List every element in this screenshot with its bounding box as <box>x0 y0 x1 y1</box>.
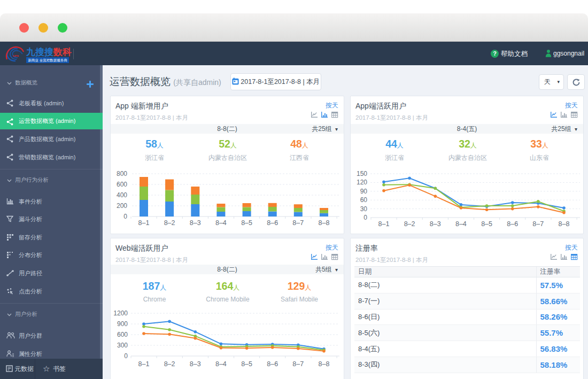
svg-text:60: 60 <box>360 196 368 204</box>
svg-text:90: 90 <box>360 188 368 195</box>
svg-text:600: 600 <box>117 331 128 338</box>
svg-text:600: 600 <box>117 181 127 188</box>
svg-text:1200: 1200 <box>113 310 128 317</box>
svg-text:8–8: 8–8 <box>319 219 330 227</box>
svg-text:8–2: 8–2 <box>164 219 175 227</box>
svg-text:120: 120 <box>357 179 367 186</box>
svg-text:8–3: 8–3 <box>190 360 201 368</box>
svg-text:300: 300 <box>117 342 128 349</box>
svg-text:400: 400 <box>117 191 127 199</box>
svg-text:8–2: 8–2 <box>404 220 415 228</box>
svg-text:30: 30 <box>360 205 368 213</box>
svg-text:8–6: 8–6 <box>267 360 278 368</box>
svg-text:8–7: 8–7 <box>292 219 304 227</box>
svg-text:800: 800 <box>117 170 127 177</box>
svg-text:8–1: 8–1 <box>138 219 150 227</box>
svg-text:0: 0 <box>123 213 127 220</box>
svg-text:0: 0 <box>124 352 128 360</box>
svg-text:8–4: 8–4 <box>215 360 227 368</box>
svg-text:8–5: 8–5 <box>241 360 252 368</box>
svg-text:8–3: 8–3 <box>430 220 441 228</box>
svg-text:8–4: 8–4 <box>215 219 227 227</box>
svg-text:150: 150 <box>357 170 367 177</box>
svg-text:8–7: 8–7 <box>532 220 544 228</box>
svg-text:8–7: 8–7 <box>292 360 304 368</box>
svg-text:8–2: 8–2 <box>164 360 175 368</box>
svg-text:8–3: 8–3 <box>190 219 201 227</box>
svg-text:8–1: 8–1 <box>138 360 150 368</box>
svg-text:DATA: DATA <box>13 55 19 57</box>
svg-text:8–1: 8–1 <box>378 220 390 228</box>
svg-text:8–5: 8–5 <box>481 220 492 228</box>
svg-text:8–4: 8–4 <box>455 220 467 228</box>
svg-text:0: 0 <box>363 214 367 221</box>
svg-text:200: 200 <box>117 202 127 210</box>
svg-text:8–5: 8–5 <box>241 219 252 227</box>
svg-text:8–8: 8–8 <box>559 220 570 228</box>
svg-text:8–6: 8–6 <box>507 220 518 228</box>
svg-text:900: 900 <box>117 320 128 328</box>
svg-text:8–6: 8–6 <box>267 219 278 227</box>
svg-text:8–8: 8–8 <box>319 360 330 368</box>
